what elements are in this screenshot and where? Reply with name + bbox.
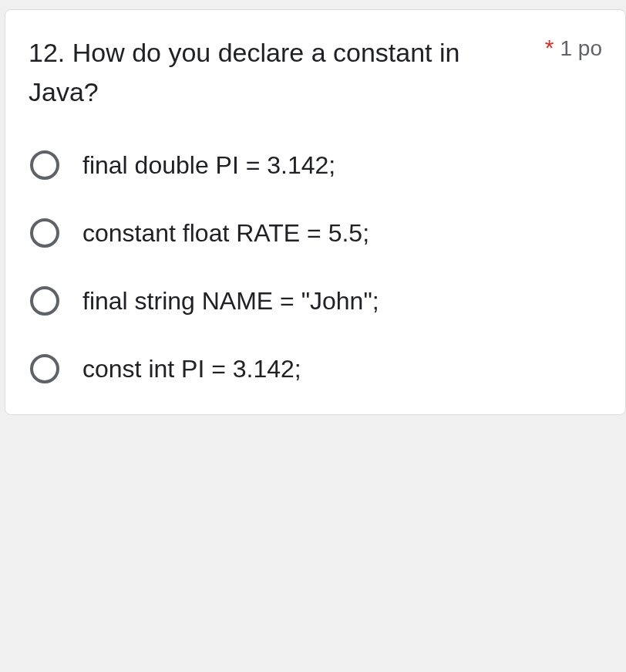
question-card: 12. How do you declare a constant in Jav… (5, 9, 626, 415)
option-label: constant float RATE = 5.5; (82, 219, 369, 248)
required-star-icon: * (545, 36, 554, 59)
option-3[interactable]: final string NAME = "John"; (30, 286, 602, 316)
option-2[interactable]: constant float RATE = 5.5; (30, 218, 602, 248)
options-list: final double PI = 3.142; constant float … (29, 150, 602, 383)
points-label: 1 po (560, 36, 603, 61)
question-number: 12. (29, 38, 65, 67)
question-header: 12. How do you declare a constant in Jav… (29, 33, 602, 112)
option-1[interactable]: final double PI = 3.142; (30, 150, 602, 180)
radio-icon[interactable] (30, 150, 59, 180)
option-label: final string NAME = "John"; (82, 287, 379, 316)
question-text: 12. How do you declare a constant in Jav… (29, 33, 460, 112)
radio-icon[interactable] (30, 286, 59, 316)
question-body: How do you declare a constant in Java? (29, 38, 459, 106)
option-4[interactable]: const int PI = 3.142; (30, 354, 602, 383)
points-area: * 1 po (545, 36, 602, 61)
radio-icon[interactable] (30, 218, 59, 248)
radio-icon[interactable] (30, 354, 59, 383)
option-label: const int PI = 3.142; (82, 355, 301, 383)
option-label: final double PI = 3.142; (82, 151, 335, 180)
